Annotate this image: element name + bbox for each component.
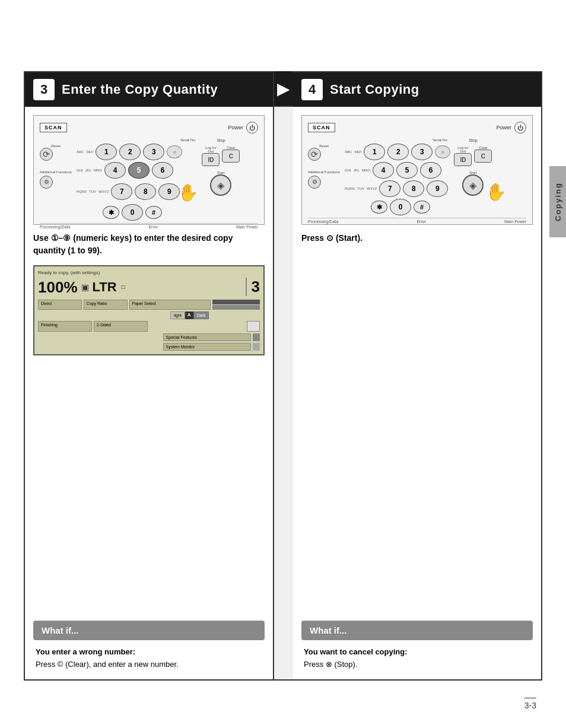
key-2-r: 2: [387, 144, 409, 160]
page-number: 3-3: [524, 698, 536, 710]
ghi-r: GHI: [345, 169, 351, 172]
tuv-r: TUV: [357, 187, 364, 190]
light-dark-control: light A Dark: [170, 311, 209, 319]
finishing-cell: Finishing: [38, 321, 92, 332]
clear-key-r: C: [474, 150, 492, 163]
step4-what-if-detail: Press ⊗ (Stop).: [304, 659, 530, 671]
serial-label: Serial No.: [77, 138, 196, 142]
serial-circle: ○: [167, 145, 182, 158]
def-label: DEF: [86, 150, 93, 154]
abc-label: ABC: [77, 150, 84, 154]
special-features-cell: Special Features: [163, 333, 251, 341]
display-screen: Ready to copy. (with settings) 100% ▣ LT…: [33, 265, 265, 355]
display-row-1: Direct Copy Ratio Paper Select: [38, 300, 260, 310]
additional-label: Additional Functions ⚙: [40, 170, 72, 189]
power-circle-left: ⏻: [246, 122, 258, 133]
step4-what-if-content: You want to cancel copying: Press ⊗ (Sto…: [301, 646, 533, 671]
star-key-r: ✱: [371, 201, 387, 214]
left-side-labels: Reset ⟳ Additional Functions ⚙: [40, 144, 72, 189]
serial-circle-r: ○: [435, 145, 450, 158]
log-clear-row-r: Log In/ Out ID Clear C: [454, 146, 492, 166]
display-count: 3: [246, 278, 260, 296]
reset-icon: ⟳: [40, 148, 53, 161]
display-row-2: light A Dark: [38, 311, 260, 319]
display-zoom: 100%: [38, 279, 78, 295]
step3-what-if-bold: You enter a wrong number:: [36, 646, 262, 659]
display-top-bar: Ready to copy. (with settings): [38, 270, 260, 275]
key-6-r: 6: [420, 162, 441, 179]
arrow-spacer: [274, 106, 293, 681]
special-row: ✱ 0 #: [103, 204, 198, 221]
key-3: 3: [143, 144, 164, 160]
key-9-r: 9: [427, 180, 448, 197]
key-4-r: 4: [373, 162, 394, 179]
special-row-r: ✱ 0 #: [371, 199, 450, 215]
jkl-label: JKL: [85, 169, 91, 172]
display-row-3: Finishing 2-Sided: [38, 321, 260, 332]
display-ltr: LTR: [93, 279, 117, 295]
paper-select-cell: Paper Select: [129, 300, 211, 310]
id-key: ID: [202, 153, 220, 166]
key-row-1: ABC DEF 1 2 3 ○: [77, 144, 198, 160]
hash-key: #: [145, 206, 162, 219]
reset-icon-r: ⟳: [308, 148, 321, 161]
power-circle-right: ⏻: [514, 122, 526, 133]
checkbox-right: [247, 321, 260, 332]
processing-label-r: Processing/Data: [308, 220, 338, 224]
sidebar-tab: Copying: [549, 166, 566, 237]
copier-top-bar-left: SCAN Power ⏻: [40, 122, 258, 133]
spacer-2: [150, 321, 246, 332]
key-1-r: 1: [364, 144, 385, 160]
display-paper-icon: ▣: [81, 282, 89, 292]
stop-label-r: Stop: [454, 138, 492, 142]
spacer-3: [38, 333, 161, 341]
main-container: 3 Enter the Copy Quantity SCAN Power ⏻ R…: [24, 71, 542, 681]
scroll-indicator-2: [253, 343, 260, 351]
power-area-left: Power ⏻: [228, 122, 258, 133]
right-func-area-right: Stop Log In/ Out ID Clear C: [454, 138, 492, 196]
step3-title: Enter the Copy Quantity: [62, 82, 218, 97]
key-row-3: PQRS TUV WXYZ 7 8 9 🤚: [77, 180, 198, 202]
additional-label-right: Additional Functions ⚙: [308, 170, 340, 189]
key-8: 8: [135, 183, 156, 200]
key-8-r: 8: [403, 180, 424, 197]
key-9: 9: [158, 183, 180, 200]
key-row-3-r: PQRS TUV WXYZ 7 8 9: [345, 180, 450, 197]
start-key-left: ◈: [210, 174, 231, 196]
step3-number: 3: [33, 79, 55, 100]
power-area-right: Power ⏻: [496, 122, 526, 133]
step3-what-if-section: What if... You enter a wrong number: Pre…: [33, 621, 265, 671]
right-func-area-left: Stop Log In/ Out ID Clear C: [202, 138, 240, 196]
main-power-label-r: Main Power: [504, 220, 526, 224]
tuv-label: TUV: [89, 190, 96, 193]
key-7-r: 7: [379, 180, 400, 197]
progress-bar-1: [212, 300, 260, 304]
step-arrow: ▶: [274, 71, 293, 106]
additional-icon: ⚙: [40, 176, 53, 189]
pqrs-label: PQRS: [77, 190, 87, 193]
sidebar-tab-text: Copying: [554, 182, 562, 221]
step3-copier-illustration: SCAN Power ⏻ Reset ⟳ Additional Function…: [33, 115, 265, 225]
spacer-4: [38, 343, 161, 351]
start-group: Start ◈: [202, 171, 240, 196]
copier-top-bar-right: SCAN Power ⏻: [308, 122, 526, 133]
step3-content: SCAN Power ⏻ Reset ⟳ Additional Function…: [25, 107, 273, 679]
login-group-r: Log In/ Out ID: [454, 146, 472, 166]
key-row-1-r: ABC DEF 1 2 3 ○: [345, 144, 450, 160]
mno-r: MNO: [362, 169, 370, 172]
wxyz-label: WXYZ: [98, 190, 109, 193]
key-4: 4: [104, 162, 126, 179]
power-label-right: Power: [496, 125, 511, 131]
display-row-4: Special Features: [38, 333, 260, 341]
step4-what-if-bold: You want to cancel copying:: [304, 646, 530, 659]
processing-label-left: Processing/Data: [40, 225, 70, 229]
key-row-2-r: GHI JKL MNO 4 5 6: [345, 162, 450, 179]
scan-btn-right: SCAN: [308, 123, 335, 132]
serial-label-r: Serial No.: [345, 138, 448, 142]
ghi-label: GHI: [77, 169, 83, 172]
star-key: ✱: [103, 206, 119, 219]
progress-bar-2: [212, 305, 260, 310]
def-r: DEF: [354, 150, 361, 154]
start-group-r: Start ◈ 🤚: [454, 171, 492, 196]
power-label-left: Power: [228, 125, 243, 131]
